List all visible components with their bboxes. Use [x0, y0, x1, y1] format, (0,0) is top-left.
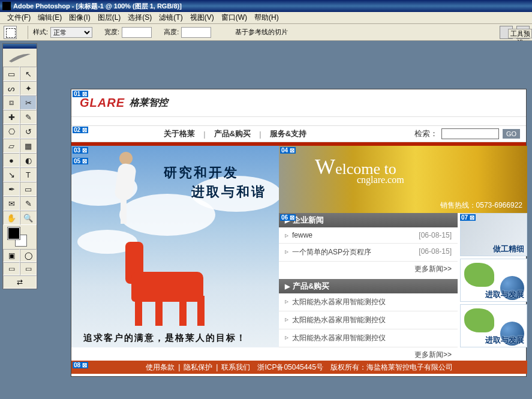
footer-privacy[interactable]: 隐私保护: [180, 362, 216, 373]
hero-left-panel: 研究和开发 进取与和谐 追求客户的满意，是格莱人的目标！: [71, 146, 279, 347]
zoom-tool[interactable]: 🔍: [20, 211, 37, 225]
slice-tool[interactable]: ✂: [20, 95, 37, 110]
screen-mode-2-icon[interactable]: ▭: [20, 262, 37, 275]
dodge-tool[interactable]: ◐: [20, 153, 37, 167]
path-tool[interactable]: ↘: [3, 167, 20, 182]
options-bar: 样式: 正常 宽度: 高度: 基于参考线的切片: [0, 24, 532, 41]
pen-tool[interactable]: ✒: [3, 182, 20, 196]
site-header: GLARE 格莱智控: [71, 89, 526, 117]
news-header: ▶企业新闻: [279, 213, 458, 227]
history-brush-tool[interactable]: ↺: [20, 124, 37, 139]
news-item[interactable]: ▹fewwe[06-08-15]: [279, 227, 458, 244]
slice-badge: 02 ⊠: [73, 127, 88, 133]
logo-cn: 格莱智控: [130, 97, 168, 109]
wand-tool[interactable]: ✦: [20, 81, 37, 95]
product-item[interactable]: ▹太阳能热水器家用智能测控仪: [279, 311, 458, 329]
menu-view[interactable]: 视图(V): [187, 11, 218, 24]
more-news-link[interactable]: 更多新闻>>: [279, 262, 458, 277]
jump-to-imageready-icon[interactable]: ⇄: [3, 275, 37, 289]
menu-edit[interactable]: 编辑(E): [34, 11, 65, 24]
quickmask-mode-icon[interactable]: ◯: [20, 249, 37, 262]
feather-icon: [8, 52, 32, 64]
lasso-tool[interactable]: ᔕ: [3, 81, 20, 95]
style-select[interactable]: 正常: [50, 27, 92, 38]
site-nav: 关于格莱 | 产品&购买 | 服务&支持 检索： GO: [71, 125, 526, 142]
toolbox: ▭↖ ᔕ✦ ⧈✂ ✚✎ ⎔↺ ▱▦ ●◐ ↘T ✒▭ ✉✎ ✋🔍 ▣◯ ▭▭ ⇄: [2, 43, 37, 289]
slice-badge: 01 ⊠: [73, 91, 88, 97]
slice-badge: 04 ⊠: [280, 147, 296, 154]
thumb-3[interactable]: 进取与发展: [460, 304, 527, 347]
footer-icp: 浙ICP备05045445号: [254, 362, 326, 373]
current-tool-icon[interactable]: [4, 26, 17, 39]
toolbox-grip[interactable]: [3, 44, 37, 49]
logo-en: GLARE: [80, 96, 125, 110]
menu-file[interactable]: 文件(F): [4, 11, 34, 24]
domain-text: cnglare.com: [357, 175, 404, 185]
blur-tool[interactable]: ●: [3, 153, 20, 167]
label-width: 宽度:: [104, 28, 119, 37]
fg-color-swatch[interactable]: [8, 227, 20, 239]
news-block: ▶企业新闻 ▹fewwe[06-08-15] ▹一个简单的ASP分页程序[06-…: [279, 213, 458, 277]
news-item[interactable]: ▹一个简单的ASP分页程序[06-08-15]: [279, 244, 458, 262]
work-area: ▭↖ ᔕ✦ ⧈✂ ✚✎ ⎔↺ ▱▦ ●◐ ↘T ✒▭ ✉✎ ✋🔍 ▣◯ ▭▭ ⇄…: [0, 41, 532, 399]
app-icon: [2, 2, 11, 10]
title-bar: Adobe Photoshop - [未标题-1 @ 100% (图层 1, R…: [0, 0, 532, 12]
slice-badge: 05 ⊠: [73, 158, 88, 164]
gradient-tool[interactable]: ▦: [20, 139, 37, 153]
stamp-tool[interactable]: ⎔: [3, 124, 20, 139]
go-button[interactable]: GO: [503, 129, 520, 139]
brush-tool[interactable]: ✎: [20, 110, 37, 124]
move-tool[interactable]: ↖: [20, 67, 37, 81]
screen-mode-1-icon[interactable]: ▭: [3, 262, 20, 275]
crop-tool[interactable]: ⧈: [3, 95, 20, 110]
menu-bar: 文件(F) 编辑(E) 图像(I) 图层(L) 选择(S) 滤镜(T) 视图(V…: [0, 12, 532, 24]
site-footer: 使用条款 | 隐私保护 | 联系我们 浙ICP备05045445号 版权所有：海…: [71, 361, 527, 374]
menu-window[interactable]: 窗口(W): [218, 11, 251, 24]
document-canvas[interactable]: 01 ⊠ 02 ⊠ 03 ⊠ 04 ⊠ 05 ⊠ 06 ⊠ 07 ⊠ 08 ⊠ …: [71, 89, 527, 377]
slice-badge: 07 ⊠: [460, 214, 476, 221]
slogan-line-1: 研究和开发: [164, 164, 239, 182]
hero-bottom-text: 追求客户的满意，是格莱人的目标！: [83, 332, 247, 344]
color-swatches: [3, 225, 37, 249]
eraser-tool[interactable]: ▱: [3, 139, 20, 153]
menu-help[interactable]: 帮助(H): [251, 11, 282, 24]
hotline-text: 销售热线：0573-6966922: [440, 200, 522, 211]
height-input[interactable]: [181, 27, 211, 38]
product-item[interactable]: ▹太阳能热水器家用智能测控仪: [279, 293, 458, 311]
standard-mode-icon[interactable]: ▣: [3, 249, 20, 262]
menu-select[interactable]: 选择(S): [124, 11, 155, 24]
products-header: ▶产品&购买: [279, 279, 458, 293]
type-tool[interactable]: T: [20, 167, 37, 182]
search-box: 检索： GO: [414, 128, 520, 139]
red-chair: [125, 242, 215, 326]
slice-badge: 06 ⊠: [280, 214, 296, 221]
nav-products[interactable]: 产品&购买: [206, 128, 259, 139]
width-input[interactable]: [122, 27, 152, 38]
marquee-tool[interactable]: ▭: [3, 67, 20, 81]
products-block: ▶产品&购买 ▹太阳能热水器家用智能测控仪 ▹太阳能热水器家用智能测控仪 ▹太阳…: [279, 279, 458, 362]
label-style: 样式:: [33, 28, 48, 37]
nav-about[interactable]: 关于格莱: [155, 128, 203, 139]
menu-image[interactable]: 图像(I): [65, 11, 94, 24]
notes-tool[interactable]: ✉: [3, 196, 20, 211]
footer-contact[interactable]: 联系我们: [218, 362, 254, 373]
heal-tool[interactable]: ✚: [3, 110, 20, 124]
tool-presets-tab[interactable]: 工具预设: [508, 29, 532, 38]
shape-tool[interactable]: ▭: [20, 182, 37, 196]
slice-badge: 03 ⊠: [73, 147, 88, 154]
slice-badge: 08 ⊠: [73, 362, 88, 368]
nav-support[interactable]: 服务&支持: [262, 128, 315, 139]
thumb-2[interactable]: 进取与发展: [460, 259, 527, 302]
search-input[interactable]: [441, 128, 499, 139]
menu-layer[interactable]: 图层(L): [94, 11, 125, 24]
search-label: 检索：: [414, 128, 438, 139]
eyedropper-tool[interactable]: ✎: [20, 196, 37, 211]
hand-tool[interactable]: ✋: [3, 211, 20, 225]
product-item[interactable]: ▹太阳能热水器家用智能测控仪: [279, 329, 458, 347]
footer-copyright: 版权所有：海盐格莱智控电子有限公司: [327, 362, 456, 373]
slogan-line-2: 进取与和谐: [191, 183, 266, 201]
menu-filter[interactable]: 滤镜(T): [155, 11, 186, 24]
person-figure: [101, 152, 149, 224]
footer-terms[interactable]: 使用条款: [142, 362, 178, 373]
arrow-icon: ▶: [285, 283, 290, 290]
